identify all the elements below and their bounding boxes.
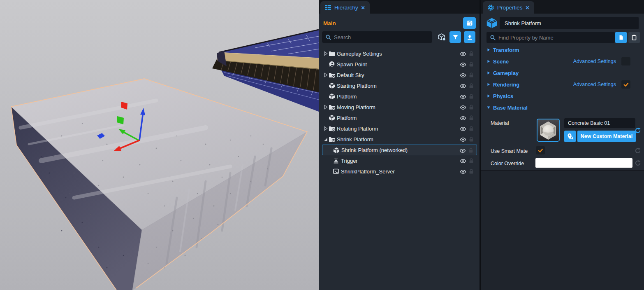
close-icon[interactable]: ✕ <box>526 5 530 10</box>
section-label: Physics <box>493 93 513 99</box>
expand-arrow-icon[interactable] <box>323 126 329 131</box>
visibility-eye-icon[interactable] <box>459 147 466 154</box>
hierarchy-search-input[interactable] <box>334 34 429 40</box>
expand-arrow-icon[interactable] <box>323 72 329 78</box>
expand-arrow-icon[interactable] <box>323 104 329 110</box>
tree-item-platform-2[interactable]: Platform <box>322 112 477 123</box>
close-icon[interactable]: ✕ <box>361 5 365 10</box>
cube-icon <box>329 93 335 100</box>
folder-badge-icon <box>329 136 335 143</box>
tab-properties[interactable]: Properties ✕ <box>483 1 534 14</box>
properties-tabbar: Properties ✕ <box>481 0 644 14</box>
visibility-eye-icon[interactable] <box>460 168 466 175</box>
locate-material-button[interactable] <box>564 131 576 142</box>
tree-item-starting-platform[interactable]: Starting Platform <box>322 80 477 91</box>
copy-properties-button[interactable] <box>615 32 627 43</box>
folder-badge-icon <box>329 72 335 78</box>
object-filter-cube-icon[interactable] <box>438 33 446 42</box>
tree-item-platform[interactable]: Platform <box>322 91 477 102</box>
tree-item-gameplay-settings[interactable]: Gameplay Settings <box>322 48 477 59</box>
section-rendering[interactable]: Rendering Advanced Settings <box>481 79 644 90</box>
paste-properties-button[interactable] <box>628 32 640 43</box>
filter-button[interactable] <box>449 31 461 43</box>
visibility-eye-icon[interactable] <box>460 126 466 132</box>
chevron-right-icon <box>486 71 491 75</box>
visibility-eye-icon[interactable] <box>460 61 466 68</box>
visibility-eye-icon[interactable] <box>460 94 466 100</box>
tree-item-label: Platform <box>337 115 357 121</box>
hierarchy-tabbar: Hierarchy ✕ <box>319 0 480 14</box>
tree-item-shrinkplatform-server[interactable]: ShrinkPlatform_Server <box>322 166 477 177</box>
tree-item-label: Rotating Platform <box>337 126 378 132</box>
tree-item-label: Trigger <box>341 158 358 164</box>
lock-icon[interactable] <box>468 126 474 131</box>
visibility-eye-icon[interactable] <box>460 104 466 111</box>
export-button[interactable] <box>464 31 475 43</box>
lock-icon[interactable] <box>468 51 474 56</box>
viewport-3d[interactable] <box>0 0 319 290</box>
chevron-right-icon <box>486 82 491 87</box>
expand-arrow-icon[interactable] <box>323 51 329 56</box>
advanced-settings-checkbox[interactable] <box>621 80 630 89</box>
lock-icon[interactable] <box>468 72 474 78</box>
color-override-label: Color Override <box>491 161 524 166</box>
color-override-swatch[interactable] <box>535 158 632 168</box>
use-smart-mate-checkbox[interactable] <box>536 146 545 154</box>
reset-use-smart-mate-icon[interactable] <box>635 147 641 154</box>
advanced-settings-checkbox[interactable] <box>621 57 630 65</box>
property-search[interactable] <box>486 32 615 43</box>
material-thumbnail[interactable] <box>537 119 560 142</box>
chevron-right-icon <box>486 48 491 52</box>
lock-icon[interactable] <box>468 94 474 99</box>
section-physics[interactable]: Physics <box>481 91 644 101</box>
section-scene[interactable]: Scene Advanced Settings <box>481 56 644 67</box>
lock-icon[interactable] <box>468 104 474 110</box>
script-icon <box>333 168 339 175</box>
visibility-eye-icon[interactable] <box>460 51 466 57</box>
visibility-eye-icon[interactable] <box>460 158 466 164</box>
paste-icon <box>631 34 637 41</box>
tree-item-label: Starting Platform <box>337 83 377 89</box>
material-preview-shaderball <box>537 119 559 141</box>
tree-item-shrink-platform-group[interactable]: Shrink Platform <box>322 134 477 145</box>
section-label: Rendering <box>493 82 519 88</box>
entity-name-field[interactable] <box>500 17 639 29</box>
new-custom-material-button[interactable]: New Custom Material <box>577 131 636 142</box>
properties-panel: Properties ✕ Transform Scene Ad <box>481 0 644 290</box>
visibility-eye-icon[interactable] <box>460 72 466 79</box>
tree-item-trigger[interactable]: Trigger <box>322 155 477 166</box>
lock-icon[interactable] <box>468 147 474 153</box>
section-base-material[interactable]: Base Material <box>481 102 644 113</box>
lock-icon[interactable] <box>468 115 474 121</box>
property-search-input[interactable] <box>498 35 612 41</box>
reset-color-override-icon[interactable] <box>635 160 641 166</box>
lock-icon[interactable] <box>468 61 474 67</box>
tree-item-moving-platform[interactable]: Moving Platform <box>322 102 477 112</box>
lock-icon[interactable] <box>468 83 474 89</box>
visibility-eye-icon[interactable] <box>460 136 466 143</box>
tab-hierarchy[interactable]: Hierarchy ✕ <box>320 1 370 14</box>
visibility-eye-icon[interactable] <box>460 83 466 89</box>
tree-item-default-sky[interactable]: Default Sky <box>322 70 477 80</box>
section-gameplay[interactable]: Gameplay <box>481 68 644 78</box>
folder-icon <box>329 50 335 57</box>
tree-item-shrink-platform-networked[interactable]: Shrink Platform (networked) <box>322 145 477 155</box>
tree-item-spawn-point[interactable]: Spawn Point <box>322 59 477 70</box>
lock-icon[interactable] <box>468 158 474 164</box>
upload-arrow-icon <box>467 34 473 40</box>
tree-item-rotating-platform[interactable]: Rotating Platform <box>322 123 477 134</box>
visibility-eye-icon[interactable] <box>460 115 466 122</box>
chevron-right-icon <box>486 94 491 98</box>
lock-icon[interactable] <box>468 136 474 142</box>
world-sim-button[interactable] <box>463 17 476 29</box>
reset-material-icon[interactable] <box>635 127 641 134</box>
collapse-arrow-icon[interactable] <box>323 136 329 142</box>
editor-window: Hierarchy ✕ Main Gameplay Settings <box>0 0 644 290</box>
copy-icon <box>618 34 624 41</box>
tab-hierarchy-label: Hierarchy <box>334 5 358 11</box>
scene-canvas[interactable] <box>0 0 319 290</box>
tree-item-label: Shrink Platform <box>337 136 373 143</box>
lock-icon[interactable] <box>468 168 474 174</box>
hierarchy-search[interactable] <box>322 31 432 43</box>
section-transform[interactable]: Transform <box>481 44 644 55</box>
